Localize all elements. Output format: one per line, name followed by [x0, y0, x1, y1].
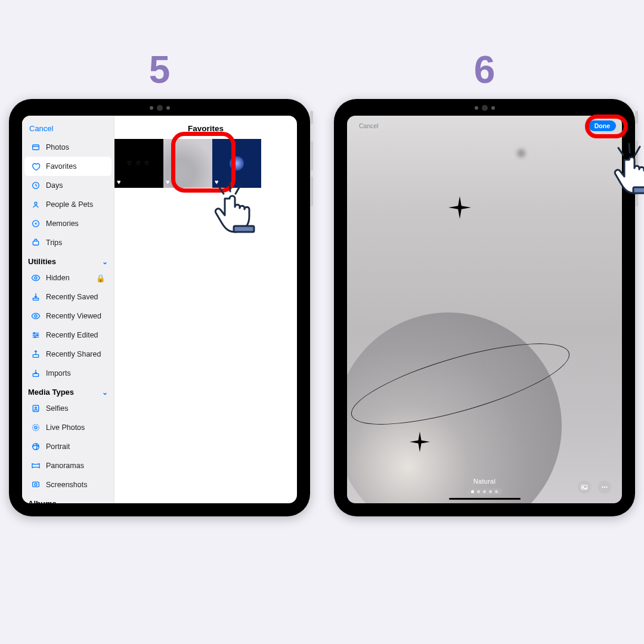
home-indicator: [449, 498, 521, 500]
section-utilities[interactable]: Utilities ⌄: [22, 252, 114, 268]
sidebar-item-label: Imports: [46, 369, 71, 377]
sidebar-item-trips[interactable]: Trips: [24, 233, 112, 252]
sidebar-item-label: Live Photos: [46, 423, 85, 432]
svg-point-17: [33, 444, 39, 450]
sidebar-item-hidden[interactable]: Hidden 🔒: [24, 268, 112, 287]
sidebar-item-recently-shared[interactable]: Recently Shared: [24, 345, 112, 364]
sidebar-item-label: Trips: [46, 239, 62, 247]
sidebar-item-photos[interactable]: Photos: [24, 138, 112, 157]
sidebar-item-label: Memories: [46, 219, 79, 228]
camera-notch: [334, 105, 635, 111]
svg-point-10: [35, 336, 36, 338]
sidebar-item-screenshots[interactable]: Screenshots: [24, 475, 112, 494]
svg-rect-11: [33, 355, 38, 358]
memories-icon: [30, 218, 41, 229]
svg-point-19: [35, 483, 37, 485]
sidebar-item-imports[interactable]: Imports: [24, 364, 112, 383]
sidebar-item-label: Panoramas: [46, 462, 84, 470]
svg-point-9: [37, 335, 38, 336]
sidebar-item-panoramas[interactable]: Panoramas: [24, 456, 112, 475]
chevron-down-icon: ⌄: [102, 500, 108, 504]
photos-button[interactable]: [578, 481, 591, 494]
sidebar-item-label: Favorites: [46, 162, 76, 171]
sidebar-item-days[interactable]: Days: [24, 176, 112, 195]
step-number-5: 5: [9, 48, 310, 92]
cancel-button[interactable]: Cancel: [353, 120, 385, 131]
lock-icon: 🔒: [96, 274, 106, 283]
clock-icon: [30, 180, 41, 191]
tablet-frame-left: Cancel Photos Favorites Days: [9, 99, 310, 516]
svg-point-28: [606, 487, 607, 488]
section-title: Albums: [28, 499, 57, 503]
sidebar-item-label: Selfies: [46, 404, 69, 413]
svg-point-2: [35, 202, 37, 205]
favorite-badge-icon: ♥: [117, 178, 121, 185]
photos-grid-area: Favorites ♡ ♡ ♡ ♥ ♥ ♡ ♥: [114, 116, 297, 503]
cancel-button[interactable]: Cancel: [22, 116, 114, 138]
sidebar-item-recently-viewed[interactable]: Recently Viewed: [24, 306, 112, 326]
photos-picker-screen: Cancel Photos Favorites Days: [22, 116, 297, 503]
sparkle-icon: [448, 196, 471, 219]
section-title: Utilities: [28, 257, 56, 266]
svg-rect-4: [33, 241, 38, 245]
thumb-art: ♡ ♡ ♡: [127, 160, 150, 166]
sidebar-item-label: Recently Viewed: [46, 312, 101, 320]
svg-point-27: [604, 487, 605, 488]
sidebar-item-memories[interactable]: Memories: [24, 214, 112, 233]
aperture-icon: [30, 441, 41, 452]
photo-thumbnail[interactable]: ♡ ♡ ♡ ♥: [114, 139, 163, 188]
favorite-badge-icon: ♥: [166, 178, 170, 185]
filter-label: Natural: [473, 478, 496, 485]
svg-point-7: [35, 315, 37, 317]
svg-point-15: [35, 426, 37, 429]
page-dots[interactable]: [466, 488, 503, 495]
power-button: [635, 111, 638, 124]
photo-thumbnail[interactable]: ♡ ♥: [212, 139, 261, 188]
sidebar-item-portrait[interactable]: Portrait: [24, 437, 112, 456]
photo-thumbnail[interactable]: ♥: [163, 139, 212, 188]
sidebar-item-favorites[interactable]: Favorites: [24, 157, 112, 176]
volume-button: [310, 177, 313, 206]
done-button[interactable]: Done: [589, 120, 616, 131]
eye-icon: [30, 311, 41, 321]
power-button: [310, 111, 313, 124]
svg-line-30: [629, 144, 630, 153]
tablet-frame-right: Cancel Done Natural: [334, 99, 635, 516]
photos-sidebar: Cancel Photos Favorites Days: [22, 116, 114, 503]
sidebar-item-people-pets[interactable]: People & Pets: [24, 195, 112, 214]
camera-notch: [9, 105, 310, 111]
sidebar-item-label: Portrait: [46, 442, 70, 451]
volume-button: [635, 141, 638, 171]
svg-point-16: [33, 425, 39, 431]
sliders-icon: [30, 330, 41, 340]
screenshot-icon: [30, 479, 41, 490]
favorite-badge-icon: ♥: [215, 178, 219, 185]
download-icon: [30, 292, 41, 302]
import-icon: [30, 368, 41, 379]
grid-title: Favorites: [114, 116, 297, 139]
suitcase-icon: [30, 237, 41, 248]
volume-button: [310, 141, 313, 171]
wallpaper-dot: [517, 149, 525, 157]
sidebar-item-label: People & Pets: [46, 200, 93, 209]
chevron-down-icon: ⌄: [102, 258, 108, 266]
heart-icon: [30, 161, 41, 172]
panorama-icon: [30, 460, 41, 471]
more-button[interactable]: [598, 481, 611, 494]
svg-point-14: [35, 407, 37, 408]
section-media-types[interactable]: Media Types ⌄: [22, 383, 114, 399]
sidebar-item-label: Recently Edited: [46, 331, 98, 339]
sidebar-item-label: Screenshots: [46, 481, 87, 489]
section-albums[interactable]: Albums ⌄: [22, 494, 114, 503]
sidebar-item-recently-saved[interactable]: Recently Saved: [24, 287, 112, 306]
sidebar-item-recently-edited[interactable]: Recently Edited: [24, 326, 112, 345]
svg-rect-18: [33, 482, 39, 487]
photo-grid: ♡ ♡ ♡ ♥ ♥ ♡ ♥: [114, 139, 297, 188]
sidebar-item-selfies[interactable]: Selfies: [24, 399, 112, 418]
sidebar-item-label: Recently Shared: [46, 350, 101, 358]
svg-rect-12: [33, 374, 38, 377]
sidebar-item-live-photos[interactable]: Live Photos: [24, 418, 112, 437]
library-icon: [30, 142, 41, 153]
svg-rect-0: [33, 145, 39, 150]
wallpaper-preview-screen: Cancel Done Natural: [347, 116, 622, 503]
